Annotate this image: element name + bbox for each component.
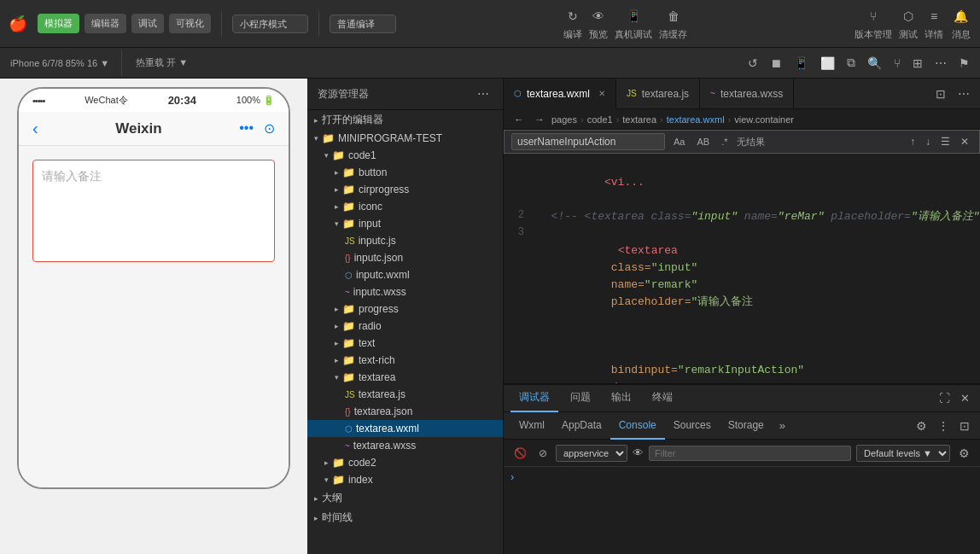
devtools-panel-tab-appdata[interactable]: AppData (553, 412, 610, 440)
toolbar-message[interactable]: 🔔 消息 (950, 6, 971, 41)
breadcrumb-file[interactable]: textarea.wxml (667, 114, 725, 125)
debug-btn[interactable]: 调试 (131, 14, 164, 33)
folder-cirprogress[interactable]: 📁 cirprogress (307, 181, 503, 198)
refresh-icon[interactable]: ↻ (564, 6, 581, 26)
breadcrumb-pages[interactable]: pages (551, 114, 577, 125)
cache-icon[interactable]: 🗑 (664, 6, 683, 26)
breadcrumb-back-btn[interactable]: ← (510, 112, 528, 127)
toolbar-test[interactable]: ⬡ 测试 (899, 6, 918, 41)
devtools-tab-issues[interactable]: 问题 (562, 385, 599, 412)
devtools-tab-debugger[interactable]: 调试器 (510, 385, 558, 412)
devtools-settings-btn[interactable]: ⚙ (913, 417, 930, 434)
devtools-panel-tab-wxml[interactable]: Wxml (510, 412, 553, 440)
devtools-tab-output[interactable]: 输出 (603, 385, 640, 412)
file-inputc-json[interactable]: {} inputc.json (307, 249, 503, 266)
toolbar-flag-icon[interactable]: ⚑ (955, 55, 973, 72)
toolbar-compile[interactable]: ↻ 编译 (563, 6, 582, 41)
miniprogram-root[interactable]: 📁 MINIPROGRAM-TEST (307, 130, 503, 147)
editor-btn[interactable]: 编辑器 (85, 14, 126, 33)
explorer-more-btn[interactable]: ⋯ (474, 85, 493, 102)
folder-button[interactable]: 📁 button (307, 164, 503, 181)
console-eye-btn[interactable]: 👁 (633, 446, 644, 459)
breadcrumb-forward-btn[interactable]: → (531, 112, 548, 127)
bell-icon[interactable]: 🔔 (950, 6, 971, 26)
compile-select[interactable]: 普通编译 (330, 15, 396, 33)
test-icon[interactable]: ⬡ (900, 6, 917, 26)
folder-textarea[interactable]: 📁 textarea (307, 369, 503, 386)
outline-header[interactable]: 大纲 (307, 488, 503, 508)
open-editors-header[interactable]: 打开的编辑器 (307, 110, 503, 130)
breadcrumb-code1[interactable]: code1 (587, 114, 613, 125)
simulator-btn[interactable]: 模拟器 (38, 14, 79, 33)
toolbar-branch-icon[interactable]: ⑂ (890, 55, 904, 72)
search-whole-word-btn[interactable]: AB (693, 135, 713, 149)
timeline-header[interactable]: 时间线 (307, 508, 503, 528)
folder-code1[interactable]: 📁 code1 (307, 147, 503, 164)
toolbar-copy-icon[interactable]: ⧉ (843, 54, 859, 72)
console-settings-btn[interactable]: ⚙ (955, 445, 973, 462)
devtools-panel-tab-sources[interactable]: Sources (665, 412, 720, 440)
phone-more-icon[interactable]: ••• (239, 120, 254, 137)
toolbar-phone-icon[interactable]: 📱 (790, 55, 812, 72)
folder-text-rich[interactable]: 📁 text-rich (307, 352, 503, 369)
breadcrumb-view[interactable]: view.container (734, 114, 794, 125)
phone-textarea[interactable]: 请输入备注 (32, 160, 275, 262)
devtools-panel-more-btn[interactable]: » (776, 417, 789, 434)
toolbar-real-debug[interactable]: 📱 真机调试 (615, 6, 652, 41)
devtools-panel-tab-storage[interactable]: Storage (720, 412, 773, 440)
toolbar-visual[interactable]: 可视化 (169, 14, 211, 33)
search-prev-btn[interactable]: ↑ (907, 134, 919, 149)
devtools-close-btn[interactable]: ✕ (957, 390, 973, 406)
code-editor[interactable]: <vi... 2 <!-- <textarea class="input" na… (504, 154, 980, 383)
toolbar-cache[interactable]: 🗑 清缓存 (659, 6, 687, 41)
breadcrumb-textarea[interactable]: textarea (622, 114, 656, 125)
toolbar-simulator[interactable]: 模拟器 (38, 14, 79, 33)
detail-icon[interactable]: ≡ (927, 6, 941, 26)
phone-back-btn[interactable]: ‹ (32, 119, 38, 138)
toolbar-version[interactable]: ⑂ 版本管理 (855, 6, 892, 41)
search-match-case-btn[interactable]: Aa (670, 135, 688, 149)
folder-code2[interactable]: 📁 code2 (307, 454, 503, 471)
console-clear-btn[interactable]: 🚫 (510, 446, 530, 461)
file-textarea-wxml[interactable]: ⬡ textarea.wxml (307, 420, 503, 437)
toolbar-crop-icon[interactable]: ⬜ (817, 55, 838, 72)
folder-radio[interactable]: 📁 radio (307, 318, 503, 335)
search-menu-btn[interactable]: ☰ (937, 134, 954, 149)
file-inputc-wxss[interactable]: ~ inputc.wxss (307, 283, 503, 300)
toolbar-search-icon[interactable]: 🔍 (864, 55, 885, 72)
phone-record-icon[interactable]: ⊙ (264, 120, 275, 137)
tab-textarea-wxml[interactable]: ⬡ textarea.wxml ✕ (504, 79, 616, 109)
folder-text[interactable]: 📁 text (307, 335, 503, 352)
version-icon[interactable]: ⑂ (866, 6, 880, 26)
console-filter-btn[interactable]: ⊘ (535, 446, 551, 461)
devtools-context-btn[interactable]: ⋮ (934, 417, 953, 434)
toolbar-debug[interactable]: 调试 (131, 14, 164, 33)
toolbar-refresh-icon[interactable]: ↺ (744, 55, 761, 72)
hotload-btn[interactable]: 热重载 开 ▼ (131, 55, 193, 71)
tab-wxml-close[interactable]: ✕ (598, 89, 605, 98)
file-textarea-js[interactable]: JS textarea.js (307, 386, 503, 403)
visual-btn[interactable]: 可视化 (169, 14, 211, 33)
service-selector[interactable]: appservice (556, 445, 627, 462)
device-selector[interactable]: iPhone 6/7/8 85% 16 ▼ (7, 56, 113, 70)
search-close-btn[interactable]: ✕ (957, 134, 972, 149)
file-inputc-js[interactable]: JS inputc.js (307, 232, 503, 249)
toolbar-detail[interactable]: ≡ 详情 (925, 6, 943, 41)
real-debug-icon[interactable]: 📱 (623, 6, 645, 26)
devtools-tab-terminal[interactable]: 终端 (644, 385, 681, 412)
toolbar-grid-icon[interactable]: ⊞ (909, 55, 926, 72)
tab-textarea-wxss[interactable]: ~ textarea.wxss (700, 79, 794, 109)
devtools-panel-tab-console[interactable]: Console (610, 412, 665, 440)
editor-more-btn[interactable]: ⋯ (954, 85, 973, 102)
search-next-btn[interactable]: ↓ (922, 134, 934, 149)
preview-icon[interactable]: 👁 (589, 6, 608, 26)
toolbar-editor[interactable]: 编辑器 (85, 14, 126, 33)
file-textarea-wxss[interactable]: ~ textarea.wxss (307, 437, 503, 454)
console-level-select[interactable]: Default levels ▼ (856, 445, 950, 462)
file-textarea-json[interactable]: {} textarea.json (307, 403, 503, 420)
toolbar-preview[interactable]: 👁 预览 (589, 6, 608, 41)
file-inputc-wxml[interactable]: ⬡ inputc.wxml (307, 266, 503, 283)
toolbar-more-icon[interactable]: ⋯ (931, 55, 950, 72)
folder-input[interactable]: 📁 input (307, 215, 503, 232)
folder-index[interactable]: 📁 index (307, 471, 503, 488)
